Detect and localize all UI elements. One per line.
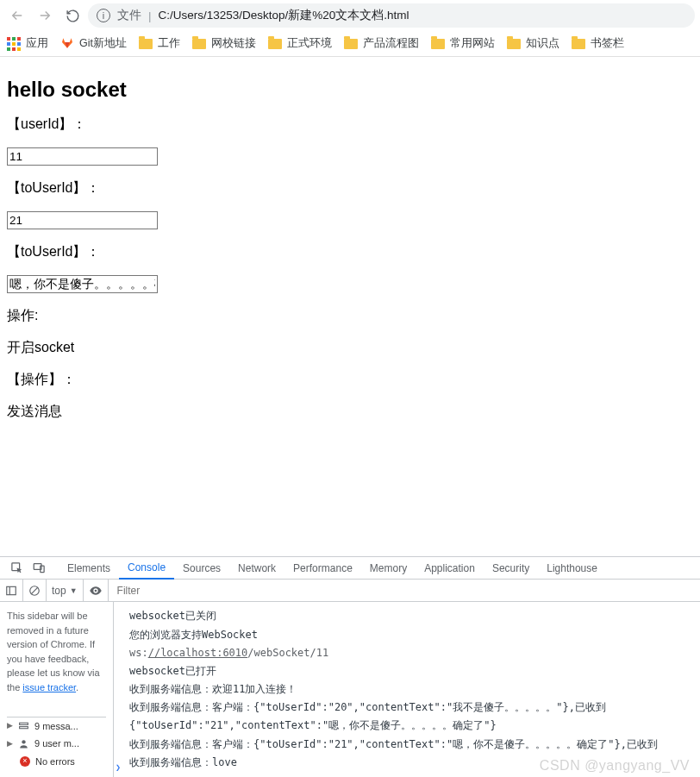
info-icon[interactable]: i [97,9,110,22]
bookmark-label: 正式环境 [287,36,332,51]
svg-point-7 [94,589,97,592]
folder-icon [344,39,358,49]
devtools-tab-console[interactable]: Console [119,557,174,580]
apps-button[interactable]: 应用 [7,36,48,51]
status-user-messages[interactable]: ▶ 9 user m... [7,735,106,753]
bookmark-label: 书签栏 [591,36,624,51]
back-button[interactable] [5,3,29,28]
label-content: 【toUserId】： [7,243,693,261]
bookmark-label: 常用网站 [450,36,495,51]
console-toolbar: top ▼ [0,580,700,602]
console-line: websocket已打开 [114,662,700,680]
reload-button[interactable] [60,3,84,28]
page-title: hello socket [7,78,693,102]
bookmark-label: 网校链接 [211,36,256,51]
address-bar[interactable]: i 文件 | C:/Users/13253/Desktop/新建%20文本文档.… [88,3,695,28]
devtools: ElementsConsoleSourcesNetworkPerformance… [0,556,700,777]
bookmark-item[interactable]: 常用网站 [431,36,495,51]
filter-input[interactable] [114,582,321,599]
label-operation: 操作: [7,307,693,325]
bookmark-label: 知识点 [526,36,559,51]
bookmark-item[interactable]: 知识点 [507,36,559,51]
bookmark-item[interactable]: 工作 [139,36,180,51]
folder-icon [507,39,521,49]
devtools-tab-network[interactable]: Network [229,557,284,580]
prompt-caret: ❯ [116,762,121,772]
folder-icon [268,39,282,49]
inspect-icon[interactable] [5,561,28,574]
devtools-tab-memory[interactable]: Memory [361,557,416,580]
devtools-tab-sources[interactable]: Sources [174,557,229,580]
console-line: 收到服务端信息：love [114,754,700,772]
open-socket-link[interactable]: 开启socket [7,340,74,354]
label-operation2: 【操作】： [7,371,693,389]
live-expression-button[interactable] [84,580,109,601]
userid-input[interactable] [7,147,158,166]
error-icon: × [20,756,30,767]
svg-line-6 [31,587,38,594]
console-line: 您的浏览器支持WebSocket [114,626,700,644]
device-icon[interactable] [28,561,50,574]
context-selector[interactable]: top ▼ [47,580,84,601]
console-line: websocket已关闭 [114,607,700,625]
status-errors[interactable]: ×No errors [7,753,106,771]
label-userid: 【userId】： [7,116,693,134]
page-content: hello socket 【userId】： 【toUserId】： 【toUs… [0,57,700,556]
svg-rect-9 [20,727,28,729]
issue-tracker-link[interactable]: issue tracker [22,682,76,692]
folder-icon [192,39,206,49]
user-icon [18,738,29,749]
bookmark-item[interactable]: 网校链接 [192,36,256,51]
bookmark-item[interactable]: Git新地址 [60,35,127,52]
gitlab-icon [60,35,74,52]
label-touserid: 【toUserId】： [7,179,693,197]
console-line: {"toUserId":"21","contentText":"嗯，你不是傻子。… [114,717,700,735]
url-path: C:/Users/13253/Desktop/新建%20文本文档.html [159,8,409,23]
sidebar-text: This sidebar will be removed in a future… [7,611,100,692]
status-messages[interactable]: ▶ 9 messa... [7,717,106,736]
bookmark-label: 产品流程图 [363,36,419,51]
clear-console-button[interactable] [23,580,47,601]
devtools-tab-application[interactable]: Application [416,557,484,580]
devtools-tabs: ElementsConsoleSourcesNetworkPerformance… [0,557,700,580]
bookmark-item[interactable]: 产品流程图 [344,36,419,51]
message-icon [18,720,29,731]
svg-point-10 [22,740,25,743]
console-sidebar: This sidebar will be removed in a future… [0,602,114,777]
browser-toolbar: i 文件 | C:/Users/13253/Desktop/新建%20文本文档.… [0,0,700,31]
send-message-link[interactable]: 发送消息 [7,404,62,418]
console-log[interactable]: websocket已关闭您的浏览器支持WebSocketws://localho… [114,602,700,777]
forward-button[interactable] [33,3,57,28]
console-line: ws://localhost:6010/webSocket/11 [114,644,700,662]
devtools-tab-performance[interactable]: Performance [284,557,361,580]
content-input[interactable] [7,275,158,293]
apps-label: 应用 [26,36,48,51]
apps-icon [7,37,21,51]
devtools-tab-security[interactable]: Security [484,557,538,580]
svg-rect-3 [7,586,16,594]
devtools-tab-elements[interactable]: Elements [59,557,119,580]
console-line: 收到服务端信息：欢迎11加入连接！ [114,680,700,699]
bookmark-label: 工作 [158,36,180,51]
sidebar-toggle[interactable] [0,580,23,601]
devtools-tab-lighthouse[interactable]: Lighthouse [538,557,606,580]
touserid-input[interactable] [7,211,158,229]
folder-icon [572,39,585,49]
url-scheme: 文件 [117,8,141,23]
bookmarks-bar: 应用 Git新地址工作网校链接正式环境产品流程图常用网站知识点书签栏 [0,31,700,57]
folder-icon [139,39,153,49]
console-line: 收到服务端信息：客户端：{"toUserId":"20","contentTex… [114,699,700,717]
folder-icon [431,39,445,49]
svg-rect-8 [20,724,28,725]
bookmark-item[interactable]: 书签栏 [572,36,624,51]
console-line: 收到服务端信息：客户端：{"toUserId":"21","contentTex… [114,736,700,754]
bookmark-label: Git新地址 [79,36,127,51]
bookmark-item[interactable]: 正式环境 [268,36,332,51]
